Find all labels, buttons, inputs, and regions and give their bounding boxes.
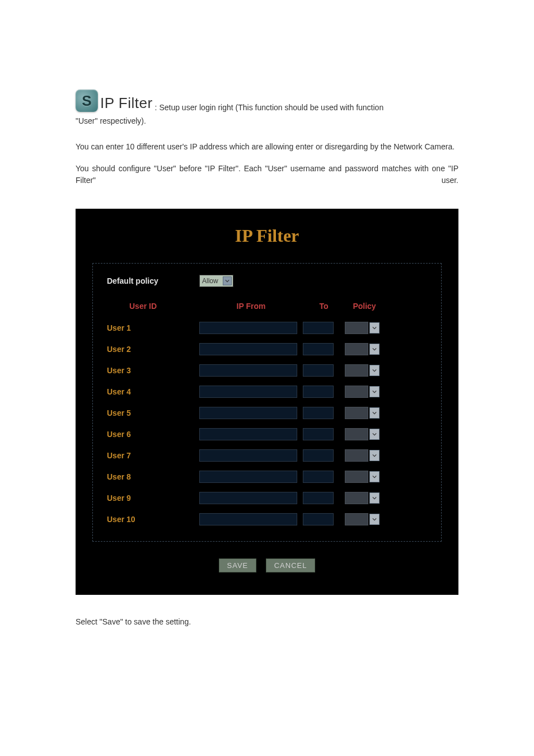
ip-to-input[interactable] xyxy=(303,449,334,462)
ip-from-input[interactable] xyxy=(199,386,297,398)
policy-select-box xyxy=(345,428,368,440)
closing-text: Select "Save" to save the setting. xyxy=(76,617,458,626)
default-policy-select[interactable]: Allow xyxy=(199,275,233,287)
default-policy-label: Default policy xyxy=(107,276,199,285)
paragraph-2: You should configure "User" before "IP F… xyxy=(76,163,458,186)
table-row: User 3 xyxy=(107,360,427,381)
ip-to-input[interactable] xyxy=(303,513,334,525)
ip-to-input[interactable] xyxy=(303,407,334,419)
ip-from-input[interactable] xyxy=(199,471,297,483)
policy-select[interactable] xyxy=(345,492,380,504)
chevron-down-icon xyxy=(369,471,380,482)
button-row: SAVE CANCEL xyxy=(92,558,442,572)
ip-to-input[interactable] xyxy=(303,343,334,355)
policy-select-box xyxy=(345,513,368,525)
ip-from-input[interactable] xyxy=(199,364,297,377)
table-row: User 10 xyxy=(107,509,427,530)
panel-inner: Default policy Allow User ID IP From To … xyxy=(92,263,442,542)
policy-select[interactable] xyxy=(345,322,380,334)
table-row: User 8 xyxy=(107,466,427,487)
chevron-down-icon xyxy=(369,322,380,334)
user-label: User 4 xyxy=(107,387,199,396)
user-label: User 8 xyxy=(107,472,199,481)
chevron-down-icon xyxy=(369,492,380,504)
ip-to-input[interactable] xyxy=(303,471,334,483)
icon-letter: S xyxy=(82,92,91,110)
ip-from-input[interactable] xyxy=(199,343,297,355)
ip-from-input[interactable] xyxy=(199,492,297,504)
ip-from-input[interactable] xyxy=(199,428,297,440)
ip-to-input[interactable] xyxy=(303,386,334,398)
policy-select[interactable] xyxy=(345,449,380,462)
chevron-down-icon xyxy=(369,344,380,355)
user-label: User 6 xyxy=(107,430,199,439)
table-row: User 4 xyxy=(107,381,427,402)
chevron-down-icon xyxy=(369,514,380,525)
policy-select[interactable] xyxy=(345,343,380,355)
ip-to-input[interactable] xyxy=(303,428,334,440)
ip-to-input[interactable] xyxy=(303,322,334,334)
policy-select-box xyxy=(345,407,368,419)
policy-select-box xyxy=(345,449,368,462)
table-row: User 9 xyxy=(107,487,427,509)
header-policy: Policy xyxy=(345,302,384,311)
chevron-down-icon xyxy=(369,386,380,397)
save-button[interactable]: SAVE xyxy=(219,558,257,572)
policy-select-box xyxy=(345,343,368,355)
user-label: User 7 xyxy=(107,451,199,460)
user-label: User 2 xyxy=(107,345,199,354)
title-line: S IP Filter : Setup user login right (Th… xyxy=(76,90,458,112)
cancel-button[interactable]: CANCEL xyxy=(266,558,316,572)
chevron-down-icon xyxy=(223,276,232,285)
user-label: User 9 xyxy=(107,494,199,503)
section-title: IP Filter xyxy=(100,95,153,112)
chevron-down-icon xyxy=(369,429,380,440)
ip-to-input[interactable] xyxy=(303,492,334,504)
user-label: User 1 xyxy=(107,323,199,332)
ip-from-input[interactable] xyxy=(199,449,297,462)
user-label: User 5 xyxy=(107,408,199,417)
policy-select-box xyxy=(345,364,368,377)
table-row: User 7 xyxy=(107,445,427,466)
policy-select-box xyxy=(345,492,368,504)
ip-from-input[interactable] xyxy=(199,322,297,334)
policy-select[interactable] xyxy=(345,428,380,440)
header-to: To xyxy=(303,302,345,311)
table-row: User 5 xyxy=(107,402,427,424)
policy-select-box xyxy=(345,322,368,334)
default-policy-value: Allow xyxy=(201,277,221,285)
ip-to-input[interactable] xyxy=(303,364,334,377)
chevron-down-icon xyxy=(369,450,380,461)
subtitle: "User" respectively). xyxy=(76,116,458,125)
intro-section: S IP Filter : Setup user login right (Th… xyxy=(76,90,458,186)
header-user-id: User ID xyxy=(107,302,199,311)
table-header-row: User ID IP From To Policy xyxy=(107,298,427,317)
title-desc: : Setup user login right (This function … xyxy=(155,103,384,112)
chevron-down-icon xyxy=(369,407,380,419)
table-row: User 1 xyxy=(107,317,427,339)
policy-select[interactable] xyxy=(345,364,380,377)
chevron-down-icon xyxy=(369,365,380,376)
table-row: User 6 xyxy=(107,424,427,445)
ip-from-input[interactable] xyxy=(199,407,297,419)
table-row: User 2 xyxy=(107,339,427,360)
policy-select[interactable] xyxy=(345,386,380,398)
user-label: User 3 xyxy=(107,366,199,375)
policy-select-box xyxy=(345,471,368,483)
user-label: User 10 xyxy=(107,515,199,524)
paragraph-1: You can enter 10 different user's IP add… xyxy=(76,141,458,153)
panel-title: IP Filter xyxy=(92,226,442,246)
policy-select-box xyxy=(345,386,368,398)
ip-from-input[interactable] xyxy=(199,513,297,525)
s-badge-icon: S xyxy=(76,90,98,112)
ip-filter-panel: IP Filter Default policy Allow User ID I… xyxy=(76,209,458,595)
policy-select[interactable] xyxy=(345,407,380,419)
default-policy-row: Default policy Allow xyxy=(107,275,427,287)
header-ip-from: IP From xyxy=(199,302,303,311)
policy-select[interactable] xyxy=(345,513,380,525)
policy-select[interactable] xyxy=(345,471,380,483)
